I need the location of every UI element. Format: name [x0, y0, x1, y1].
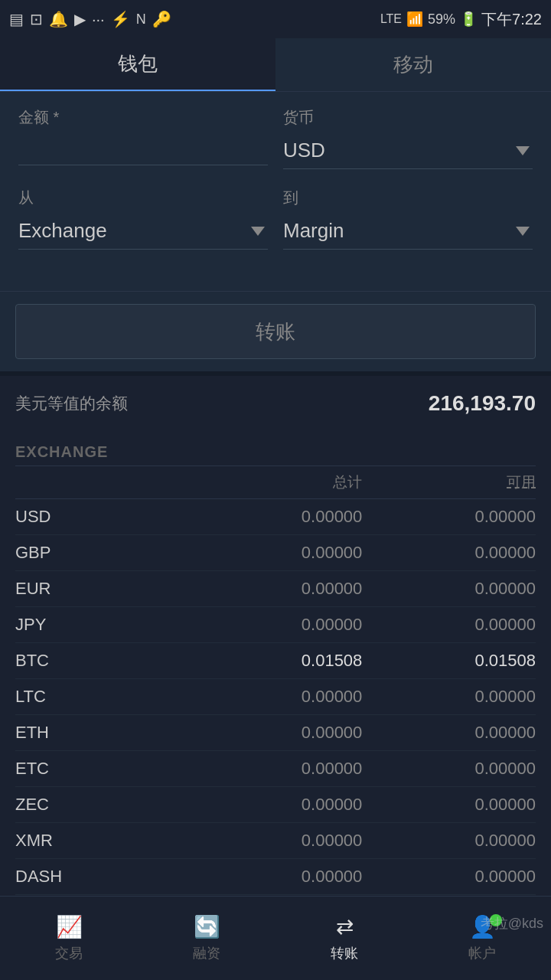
notification-icon: 🔔	[49, 10, 68, 28]
row-available: 0.00000	[362, 759, 536, 779]
to-value: Margin	[283, 219, 344, 243]
from-group: 从 Exchange	[18, 188, 268, 250]
row-total: 0.00000	[189, 759, 363, 779]
bluetooth-icon: ⚡	[111, 10, 130, 28]
row-available: 0.01508	[362, 651, 536, 671]
main-tab-bar: 钱包 移动	[0, 38, 551, 92]
exchange-table: EXCHANGE 总计 可用 USD 0.00000 0.00000 GBP 0…	[0, 436, 551, 931]
balance-label: 美元等值的余额	[15, 393, 128, 414]
transfer-icon: ⇄	[336, 914, 354, 939]
balance-value: 216,193.70	[429, 391, 536, 416]
amount-currency-row: 金额 * 货币 USD	[18, 107, 533, 169]
to-group: 到 Margin	[283, 188, 533, 250]
bottom-nav: 📈 交易 🔄 融资 ⇄ 转账 👤 帐户	[0, 896, 551, 980]
lte-label: LTE	[380, 12, 402, 26]
table-header: 总计 可用	[15, 466, 536, 499]
col-name-header	[15, 472, 189, 492]
currency-value: USD	[283, 139, 325, 162]
row-available: 0.00000	[362, 579, 536, 599]
row-available: 0.00000	[362, 723, 536, 743]
amount-group: 金额 *	[18, 107, 268, 169]
row-currency-name: USD	[15, 507, 189, 527]
row-currency-name: ETC	[15, 759, 189, 779]
to-select-wrapper: Margin	[283, 213, 533, 250]
from-label: 从	[18, 188, 268, 208]
transfer-btn-wrapper: 转账	[0, 291, 551, 371]
nav-label-account: 帐户	[468, 944, 496, 962]
currency-label: 货币	[283, 107, 533, 128]
table-row: DASH 0.00000 0.00000	[15, 859, 536, 895]
amount-label: 金额 *	[18, 107, 268, 128]
from-value: Exchange	[18, 219, 107, 243]
transfer-button[interactable]: 转账	[15, 304, 536, 359]
more-icon: ···	[92, 11, 105, 28]
row-currency-name: XMR	[15, 831, 189, 851]
table-row: BTC 0.01508 0.01508	[15, 643, 536, 679]
row-available: 0.00000	[362, 615, 536, 635]
nfc-icon: N	[136, 11, 146, 28]
amount-input[interactable]	[18, 132, 268, 165]
to-chevron-icon	[516, 227, 533, 236]
row-total: 0.01508	[189, 651, 363, 671]
row-currency-name: ETH	[15, 723, 189, 743]
row-total: 0.00000	[189, 615, 363, 635]
balance-section: 美元等值的余额 216,193.70	[0, 371, 551, 436]
row-total: 0.00000	[189, 687, 363, 707]
currency-select-wrapper: USD	[283, 132, 533, 169]
battery-icon: 🔋	[460, 11, 477, 28]
status-bar: ▤ ⊡ 🔔 ▶ ··· ⚡ N 🔑 LTE 📶 59% 🔋 下午7:22	[0, 0, 551, 38]
balance-row: 美元等值的余额 216,193.70	[15, 391, 536, 416]
row-available: 0.00000	[362, 867, 536, 887]
nav-item-transfer[interactable]: ⇄ 转账	[276, 914, 413, 962]
table-row: XMR 0.00000 0.00000	[15, 823, 536, 859]
row-total: 0.00000	[189, 795, 363, 815]
row-available: 0.00000	[362, 831, 536, 851]
row-total: 0.00000	[189, 507, 363, 527]
app-icon: ⊡	[30, 10, 43, 28]
table-row: ETH 0.00000 0.00000	[15, 715, 536, 751]
row-currency-name: ZEC	[15, 795, 189, 815]
row-available: 0.00000	[362, 795, 536, 815]
tab-move[interactable]: 移动	[276, 38, 551, 91]
row-total: 0.00000	[189, 543, 363, 563]
table-row: GBP 0.00000 0.00000	[15, 535, 536, 571]
from-select-wrapper: Exchange	[18, 213, 268, 250]
row-available: 0.00000	[362, 687, 536, 707]
row-currency-name: DASH	[15, 867, 189, 887]
row-total: 0.00000	[189, 831, 363, 851]
row-currency-name: BTC	[15, 651, 189, 671]
row-currency-name: JPY	[15, 615, 189, 635]
nav-label-trade: 交易	[55, 944, 83, 962]
table-row: EUR 0.00000 0.00000	[15, 571, 536, 607]
row-available: 0.00000	[362, 507, 536, 527]
col-total-header: 总计	[189, 472, 363, 492]
nav-item-finance[interactable]: 🔄 融资	[138, 914, 276, 962]
currency-group: 货币 USD	[283, 107, 533, 169]
row-total: 0.00000	[189, 723, 363, 743]
table-body: USD 0.00000 0.00000 GBP 0.00000 0.00000 …	[15, 499, 536, 931]
table-row: JPY 0.00000 0.00000	[15, 607, 536, 643]
nav-label-transfer: 转账	[331, 944, 358, 962]
row-currency-name: EUR	[15, 579, 189, 599]
battery-percent: 59%	[428, 11, 455, 28]
table-row: ZEC 0.00000 0.00000	[15, 787, 536, 823]
currency-select[interactable]: USD	[283, 132, 533, 168]
table-row: ETC 0.00000 0.00000	[15, 751, 536, 787]
exchange-section-header: EXCHANGE	[15, 436, 536, 466]
to-select[interactable]: Margin	[283, 213, 533, 249]
row-total: 0.00000	[189, 867, 363, 887]
from-select[interactable]: Exchange	[18, 213, 268, 249]
nav-label-finance: 融资	[193, 944, 220, 962]
signal-icon: 📶	[406, 11, 423, 28]
status-right-info: LTE 📶 59% 🔋 下午7:22	[380, 9, 542, 30]
trade-icon: 📈	[56, 914, 83, 939]
key-icon: 🔑	[152, 10, 171, 28]
tab-wallet[interactable]: 钱包	[0, 38, 276, 91]
nav-item-trade[interactable]: 📈 交易	[0, 914, 138, 962]
menu-icon: ▤	[9, 10, 24, 28]
time-display: 下午7:22	[481, 9, 542, 30]
row-currency-name: LTC	[15, 687, 189, 707]
status-left-icons: ▤ ⊡ 🔔 ▶ ··· ⚡ N 🔑	[9, 10, 171, 28]
table-row: USD 0.00000 0.00000	[15, 499, 536, 535]
from-to-row: 从 Exchange 到 Margin	[18, 188, 533, 250]
